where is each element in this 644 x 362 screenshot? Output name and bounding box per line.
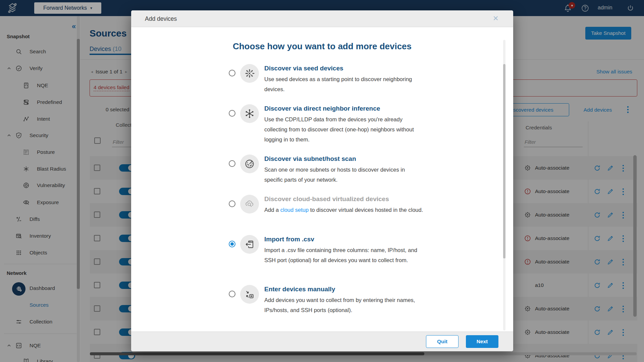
radio-neighbor-inference[interactable] — [229, 110, 235, 117]
radio-import-csv[interactable] — [229, 241, 235, 247]
close-icon[interactable]: ✕ — [493, 14, 499, 22]
option-description: Add devices you want to collect from by … — [264, 295, 425, 315]
cloud-setup-link[interactable]: cloud setup — [280, 207, 309, 213]
option-title[interactable]: Discover via direct neighbor inference — [264, 105, 380, 112]
quit-button[interactable]: Quit — [426, 335, 459, 348]
modal-heading: Choose how you want to add more devices — [131, 41, 513, 52]
option-description: Use seed devices as a starting point to … — [264, 74, 425, 94]
neighbor-inference-icon — [240, 104, 259, 123]
option-title[interactable]: Discover via subnet/host scan — [264, 155, 356, 163]
radio-manual-entry[interactable] — [229, 291, 235, 297]
option-title[interactable]: Enter devices manually — [264, 286, 335, 293]
manual-entry-icon — [240, 285, 259, 304]
option-description: Scan one or more subnets or hosts to dis… — [264, 165, 425, 185]
modal-header: Add devices ✕ — [131, 10, 513, 27]
add-devices-modal: Add devices ✕ Choose how you want to add… — [131, 10, 513, 351]
radio-cloud-discover[interactable] — [229, 200, 235, 207]
csv-import-icon — [240, 235, 259, 254]
modal-scrollbar-thumb[interactable] — [503, 64, 505, 258]
option-title[interactable]: Import from .csv — [264, 236, 314, 243]
next-button[interactable]: Next — [466, 335, 498, 348]
option-description: Use the CDP/LLDP data from the devices y… — [264, 114, 425, 144]
cloud-search-icon — [240, 195, 259, 214]
radio-seed[interactable] — [229, 70, 235, 76]
radio-subnet-scan[interactable] — [229, 160, 235, 167]
seed-devices-icon — [240, 64, 259, 83]
modal-footer: Quit Next — [131, 331, 513, 351]
option-title: Discover cloud-based virtualized devices — [264, 195, 389, 203]
modal-title: Add devices — [145, 15, 177, 22]
option-title[interactable]: Discover via seed devices — [264, 65, 343, 72]
option-description: Add a cloud setup to discover virtual de… — [264, 205, 425, 215]
option-description: Import a .csv file containing three colu… — [264, 245, 425, 265]
screen: Forward Networks ▾ admin — [0, 0, 644, 362]
radar-scan-icon — [240, 155, 259, 173]
